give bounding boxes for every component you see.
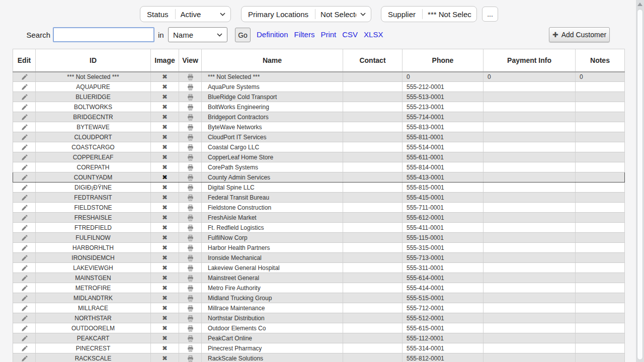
- image-cell[interactable]: ✖: [151, 102, 179, 112]
- filters-link[interactable]: Filters: [294, 30, 315, 39]
- image-cell[interactable]: ✖: [151, 263, 179, 273]
- vertical-scrollbar[interactable]: [636, 0, 644, 362]
- edit-cell[interactable]: [13, 313, 36, 323]
- view-cell[interactable]: [179, 333, 202, 343]
- image-cell[interactable]: ✖: [151, 82, 179, 92]
- view-cell[interactable]: [179, 92, 202, 102]
- image-cell[interactable]: ✖: [151, 273, 179, 283]
- view-cell[interactable]: [179, 193, 202, 203]
- image-cell[interactable]: ✖: [151, 233, 179, 243]
- edit-cell[interactable]: [13, 92, 36, 102]
- view-cell[interactable]: [179, 243, 202, 253]
- view-cell[interactable]: [179, 102, 202, 112]
- image-cell[interactable]: ✖: [151, 152, 179, 162]
- search-field-select[interactable]: Name: [168, 27, 227, 42]
- edit-cell[interactable]: [13, 223, 36, 233]
- view-cell[interactable]: [179, 303, 202, 313]
- view-cell[interactable]: [179, 233, 202, 243]
- edit-cell[interactable]: [13, 183, 36, 193]
- edit-cell[interactable]: [13, 132, 36, 142]
- edit-cell[interactable]: [13, 343, 36, 353]
- image-cell[interactable]: ✖: [151, 223, 179, 233]
- image-cell[interactable]: ✖: [151, 353, 179, 362]
- image-cell[interactable]: ✖: [151, 203, 179, 213]
- view-cell[interactable]: [179, 172, 202, 183]
- edit-cell[interactable]: [13, 172, 36, 183]
- view-cell[interactable]: [179, 313, 202, 323]
- status-select[interactable]: Active: [176, 10, 230, 19]
- edit-cell[interactable]: [13, 243, 36, 253]
- edit-cell[interactable]: [13, 162, 36, 172]
- edit-cell[interactable]: [13, 273, 36, 283]
- view-cell[interactable]: [179, 162, 202, 172]
- view-cell[interactable]: [179, 263, 202, 273]
- image-cell[interactable]: ✖: [151, 142, 179, 152]
- image-cell[interactable]: ✖: [151, 92, 179, 102]
- edit-cell[interactable]: [13, 72, 36, 82]
- edit-cell[interactable]: [13, 233, 36, 243]
- image-cell[interactable]: ✖: [151, 172, 179, 183]
- image-cell[interactable]: ✖: [151, 303, 179, 313]
- edit-cell[interactable]: [13, 333, 36, 343]
- image-cell[interactable]: ✖: [151, 213, 179, 223]
- edit-cell[interactable]: [13, 82, 36, 92]
- scrollbar-thumb[interactable]: [637, 9, 643, 360]
- definition-link[interactable]: Definition: [257, 30, 288, 39]
- image-cell[interactable]: ✖: [151, 333, 179, 343]
- view-cell[interactable]: [179, 152, 202, 162]
- image-cell[interactable]: ✖: [151, 122, 179, 132]
- image-cell[interactable]: ✖: [151, 72, 179, 82]
- view-cell[interactable]: [179, 122, 202, 132]
- image-cell[interactable]: ✖: [151, 112, 179, 122]
- view-cell[interactable]: [179, 223, 202, 233]
- search-input[interactable]: [53, 27, 154, 42]
- edit-cell[interactable]: [13, 102, 36, 112]
- supplier-value-field[interactable]: *** Not Selected ***: [423, 10, 476, 19]
- edit-cell[interactable]: [13, 193, 36, 203]
- xlsx-link[interactable]: XLSX: [364, 30, 383, 39]
- edit-cell[interactable]: [13, 263, 36, 273]
- view-cell[interactable]: [179, 183, 202, 193]
- image-cell[interactable]: ✖: [151, 293, 179, 303]
- image-cell[interactable]: ✖: [151, 183, 179, 193]
- image-cell[interactable]: ✖: [151, 162, 179, 172]
- edit-cell[interactable]: [13, 353, 36, 362]
- edit-cell[interactable]: [13, 303, 36, 313]
- view-cell[interactable]: [179, 293, 202, 303]
- view-cell[interactable]: [179, 353, 202, 362]
- image-cell[interactable]: ✖: [151, 193, 179, 203]
- view-cell[interactable]: [179, 343, 202, 353]
- edit-cell[interactable]: [13, 203, 36, 213]
- image-cell[interactable]: ✖: [151, 343, 179, 353]
- view-cell[interactable]: [179, 142, 202, 152]
- view-cell[interactable]: [179, 72, 202, 82]
- csv-link[interactable]: CSV: [342, 30, 358, 39]
- edit-cell[interactable]: [13, 213, 36, 223]
- edit-cell[interactable]: [13, 122, 36, 132]
- scroll-up-arrow-icon[interactable]: [637, 3, 642, 6]
- image-cell[interactable]: ✖: [151, 132, 179, 142]
- image-cell[interactable]: ✖: [151, 253, 179, 263]
- edit-cell[interactable]: [13, 152, 36, 162]
- edit-cell[interactable]: [13, 142, 36, 152]
- view-cell[interactable]: [179, 213, 202, 223]
- view-cell[interactable]: [179, 273, 202, 283]
- supplier-more-button[interactable]: ...: [482, 7, 498, 22]
- go-button[interactable]: Go: [235, 28, 251, 42]
- edit-cell[interactable]: [13, 253, 36, 263]
- edit-cell[interactable]: [13, 112, 36, 122]
- edit-cell[interactable]: [13, 323, 36, 333]
- view-cell[interactable]: [179, 283, 202, 293]
- primary-locations-select[interactable]: Not Selected: [315, 10, 371, 19]
- edit-cell[interactable]: [13, 293, 36, 303]
- image-cell[interactable]: ✖: [151, 323, 179, 333]
- view-cell[interactable]: [179, 253, 202, 263]
- view-cell[interactable]: [179, 132, 202, 142]
- view-cell[interactable]: [179, 112, 202, 122]
- edit-cell[interactable]: [13, 283, 36, 293]
- image-cell[interactable]: ✖: [151, 313, 179, 323]
- image-cell[interactable]: ✖: [151, 283, 179, 293]
- view-cell[interactable]: [179, 82, 202, 92]
- image-cell[interactable]: ✖: [151, 243, 179, 253]
- print-link[interactable]: Print: [320, 30, 336, 39]
